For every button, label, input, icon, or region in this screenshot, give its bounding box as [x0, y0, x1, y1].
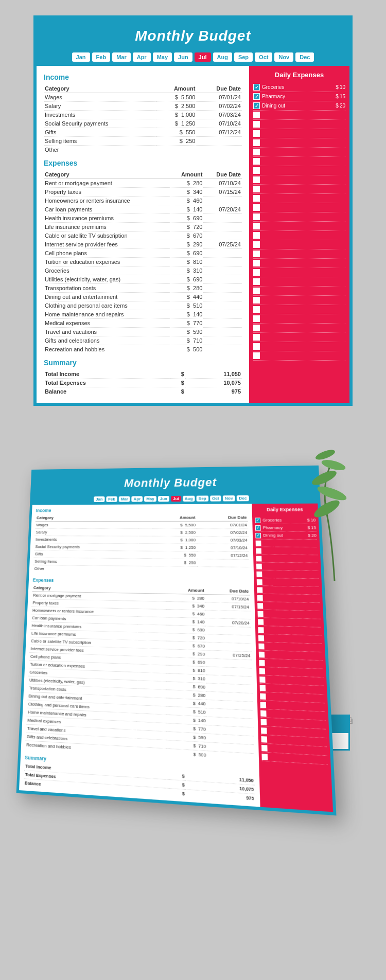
- daily-checkbox[interactable]: [253, 158, 260, 165]
- month-tab-dec[interactable]: Dec: [237, 495, 249, 501]
- exp-category: Travel and vacations: [44, 328, 170, 336]
- daily-checkbox[interactable]: [253, 306, 260, 313]
- daily-checkbox[interactable]: [259, 660, 265, 666]
- daily-checkbox[interactable]: [253, 130, 260, 137]
- daily-checkbox[interactable]: [253, 149, 260, 155]
- daily-checkbox[interactable]: [259, 651, 265, 657]
- month-tab-jul[interactable]: Jul: [195, 52, 211, 62]
- daily-checkbox[interactable]: [261, 736, 267, 742]
- daily-checkbox[interactable]: [253, 260, 260, 266]
- daily-checkbox[interactable]: [253, 325, 260, 331]
- svg-point-1: [316, 484, 348, 503]
- daily-checkbox[interactable]: [256, 556, 261, 561]
- daily-checkbox[interactable]: [253, 167, 260, 174]
- daily-item-label: [267, 663, 323, 665]
- daily-item: [253, 305, 345, 314]
- daily-checkbox[interactable]: [253, 352, 260, 359]
- month-tab-sep[interactable]: Sep: [197, 495, 208, 501]
- exp-category: Rent or mortgage payment: [44, 179, 170, 188]
- daily-checkbox[interactable]: [253, 195, 260, 202]
- daily-checkbox[interactable]: [253, 251, 260, 257]
- daily-checkbox[interactable]: [259, 676, 265, 682]
- daily-checkbox[interactable]: [261, 753, 268, 760]
- e2-amt: Amount: [167, 586, 205, 595]
- daily-checkbox[interactable]: [253, 278, 260, 285]
- daily-checkbox[interactable]: [258, 627, 264, 633]
- daily-checkbox[interactable]: [259, 668, 265, 674]
- month-tab-mar[interactable]: Mar: [119, 496, 130, 502]
- daily-checkbox[interactable]: ✓: [253, 93, 260, 100]
- daily-checkbox[interactable]: [256, 548, 261, 554]
- daily-checkbox[interactable]: [261, 744, 268, 751]
- daily-checkbox[interactable]: [253, 204, 260, 211]
- daily-checkbox[interactable]: [260, 719, 267, 725]
- month-tab-apr[interactable]: Apr: [133, 52, 151, 62]
- daily-checkbox[interactable]: [253, 241, 260, 248]
- daily-checkbox[interactable]: [253, 112, 260, 118]
- daily-checkbox[interactable]: ✓: [253, 84, 260, 91]
- month-tab-may[interactable]: May: [144, 496, 156, 502]
- daily-checkbox[interactable]: [256, 563, 262, 569]
- daily-checkbox[interactable]: [258, 643, 264, 649]
- daily-checkbox[interactable]: [261, 727, 267, 734]
- daily-checkbox[interactable]: [258, 619, 264, 625]
- daily-checkbox[interactable]: [253, 297, 260, 304]
- daily-item: ✓Dining out$20: [253, 101, 345, 111]
- daily-checkbox[interactable]: [260, 702, 267, 708]
- daily-checkbox[interactable]: ✓: [255, 532, 261, 538]
- month-tab-aug[interactable]: Aug: [213, 52, 232, 62]
- daily-checkbox[interactable]: ✓: [255, 518, 260, 523]
- summary-row: Balance $ 975: [44, 387, 242, 396]
- month-tab-mar[interactable]: Mar: [112, 52, 131, 62]
- daily-checkbox[interactable]: [257, 595, 263, 600]
- month-tab-may[interactable]: May: [153, 52, 172, 62]
- exp-category: Cable or satellite TV subscription: [44, 231, 170, 240]
- month-tab-nov[interactable]: Nov: [274, 52, 293, 62]
- month-tab-sep[interactable]: Sep: [234, 52, 253, 62]
- daily-checkbox[interactable]: [260, 685, 266, 691]
- month-tab-aug[interactable]: Aug: [183, 496, 195, 502]
- daily-checkbox[interactable]: [253, 176, 260, 183]
- daily-checkbox[interactable]: [253, 121, 260, 128]
- daily-checkbox[interactable]: [253, 139, 260, 146]
- daily-checkbox[interactable]: [257, 587, 262, 593]
- daily-checkbox[interactable]: ✓: [253, 102, 260, 109]
- daily-checkbox[interactable]: [253, 343, 260, 350]
- daily-checkbox[interactable]: [253, 315, 260, 322]
- daily-checkbox[interactable]: [260, 710, 267, 716]
- daily-checkbox[interactable]: [253, 334, 260, 341]
- daily-checkbox[interactable]: [256, 540, 261, 546]
- exp-category: Tuition or education expenses: [44, 258, 170, 266]
- month-tab-nov[interactable]: Nov: [223, 495, 235, 501]
- month-tab-jun[interactable]: Jun: [158, 496, 169, 502]
- daily-checkbox[interactable]: [253, 269, 260, 276]
- daily-checkbox[interactable]: [257, 579, 262, 584]
- month-tab-feb[interactable]: Feb: [92, 52, 111, 62]
- daily-checkbox[interactable]: [256, 571, 262, 577]
- income-due: 07/12/24: [197, 551, 249, 560]
- daily-checkbox[interactable]: [260, 693, 266, 699]
- daily-item: [253, 138, 345, 148]
- month-tab-feb[interactable]: Feb: [106, 496, 117, 502]
- month-tab-dec[interactable]: Dec: [295, 52, 314, 62]
- daily-checkbox[interactable]: [253, 232, 260, 239]
- daily-checkbox[interactable]: [253, 288, 260, 294]
- month-tab-oct[interactable]: Oct: [210, 495, 221, 501]
- table-row: Cable or satellite TV subscription $ 670: [44, 231, 242, 240]
- i2-cat: Category: [36, 514, 152, 522]
- daily-checkbox[interactable]: [253, 186, 260, 192]
- daily-checkbox[interactable]: [253, 223, 260, 229]
- month-tab-oct[interactable]: Oct: [255, 52, 272, 62]
- daily-checkbox[interactable]: ✓: [255, 525, 261, 531]
- month-tab-apr[interactable]: Apr: [132, 496, 143, 502]
- month-tab-jun[interactable]: Jun: [174, 52, 192, 62]
- expenses-section-title: Expenses: [44, 159, 242, 167]
- month-tab-jul[interactable]: Jul: [171, 496, 181, 502]
- month-tab-jan[interactable]: Jan: [94, 496, 104, 502]
- daily-checkbox[interactable]: [257, 603, 263, 609]
- month-tab-jan[interactable]: Jan: [72, 52, 90, 62]
- daily-checkbox[interactable]: [257, 611, 263, 616]
- daily-checkbox[interactable]: [253, 213, 260, 220]
- svg-point-3: [321, 458, 347, 472]
- daily-checkbox[interactable]: [258, 635, 264, 641]
